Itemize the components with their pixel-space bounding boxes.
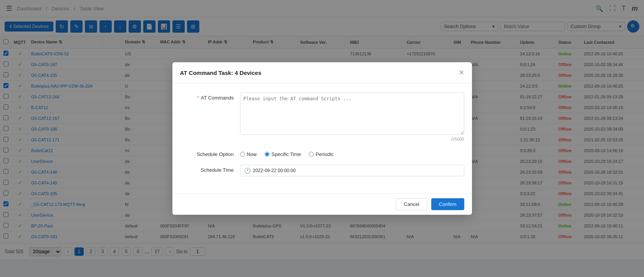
modal-overlay: AT Command Task: 4 Devices ✕ * AT Comman…	[0, 0, 644, 259]
schedule-periodic-radio[interactable]	[309, 152, 314, 157]
schedule-radio-group: Now Specific Time Periodic	[240, 149, 464, 157]
at-commands-row: * AT Commands 0/5000	[180, 93, 464, 141]
schedule-time-label: Schedule Time	[180, 165, 234, 173]
schedule-periodic-option[interactable]: Periodic	[309, 151, 334, 157]
at-commands-textarea[interactable]	[240, 93, 464, 135]
schedule-option-row: Schedule Option Now Specific Time	[180, 149, 464, 157]
dialog-close-button[interactable]: ✕	[459, 68, 464, 77]
schedule-option-control: Now Specific Time Periodic	[240, 149, 464, 157]
schedule-specific-label: Specific Time	[272, 151, 301, 157]
dialog-body: * AT Commands 0/5000 Schedule Option Now	[172, 83, 472, 193]
schedule-now-radio[interactable]	[240, 152, 245, 157]
schedule-time-row: Schedule Time 🕐	[180, 165, 464, 176]
schedule-now-option[interactable]: Now	[240, 151, 257, 157]
schedule-option-label: Schedule Option	[180, 149, 234, 157]
at-commands-control: 0/5000	[240, 93, 464, 141]
schedule-periodic-label: Periodic	[316, 151, 334, 157]
schedule-time-control: 🕐	[240, 165, 464, 176]
schedule-time-input-wrap: 🕐	[240, 165, 464, 176]
at-commands-label: * AT Commands	[180, 93, 234, 101]
schedule-specific-option[interactable]: Specific Time	[265, 151, 301, 157]
schedule-now-label: Now	[247, 151, 257, 157]
required-star: *	[197, 95, 199, 101]
cancel-button[interactable]: Cancel	[396, 198, 427, 210]
dialog-footer: Cancel Confirm	[172, 193, 472, 215]
at-command-dialog: AT Command Task: 4 Devices ✕ * AT Comman…	[172, 62, 472, 215]
char-count: 0/5000	[240, 137, 464, 141]
dialog-title: AT Command Task: 4 Devices	[180, 70, 262, 76]
schedule-time-input[interactable]	[253, 168, 311, 173]
dialog-header: AT Command Task: 4 Devices ✕	[172, 62, 472, 83]
schedule-specific-radio[interactable]	[265, 152, 270, 157]
confirm-button[interactable]: Confirm	[431, 198, 464, 210]
clock-icon: 🕐	[244, 168, 251, 174]
